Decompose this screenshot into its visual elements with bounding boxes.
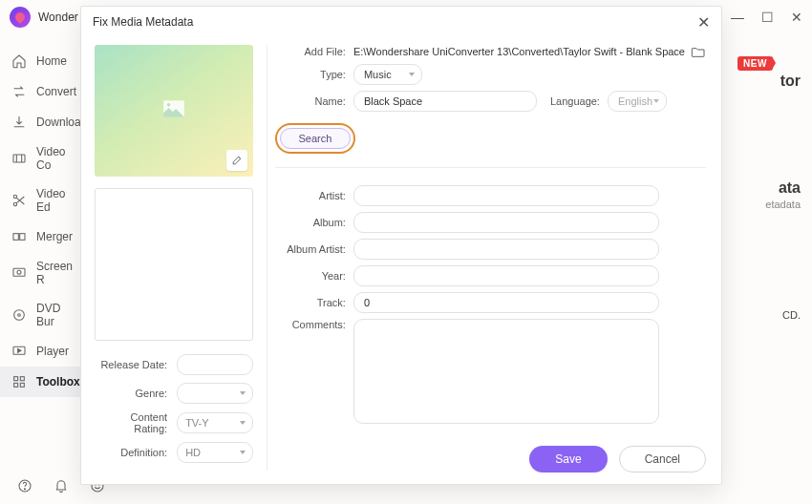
track-input[interactable] bbox=[353, 292, 659, 313]
section-divider bbox=[275, 167, 706, 168]
image-placeholder-icon bbox=[161, 98, 186, 123]
bg-peek-title-1: tor bbox=[780, 73, 801, 90]
dialog-right-pane: Add File: E:\Wondershare UniConverter 13… bbox=[267, 37, 721, 484]
help-icon[interactable] bbox=[17, 478, 32, 497]
save-button[interactable]: Save bbox=[529, 446, 607, 472]
maximize-button[interactable]: ☐ bbox=[761, 10, 774, 24]
app-title: Wonder bbox=[38, 10, 78, 24]
minimize-button[interactable]: — bbox=[731, 10, 744, 24]
artist-input[interactable] bbox=[353, 185, 659, 206]
sidebar-item-downloader[interactable]: Downloa bbox=[0, 107, 91, 137]
home-icon bbox=[11, 53, 27, 69]
sidebar-item-label: Home bbox=[36, 54, 67, 68]
sidebar-item-label: Toolbox bbox=[36, 375, 80, 388]
track-label: Track: bbox=[275, 297, 353, 308]
bell-icon[interactable] bbox=[53, 478, 69, 497]
definition-select[interactable] bbox=[177, 442, 253, 463]
content-rating-select[interactable] bbox=[177, 412, 253, 433]
search-highlight: Search bbox=[275, 123, 355, 154]
sidebar-item-home[interactable]: Home bbox=[0, 46, 91, 76]
album-artist-input[interactable] bbox=[353, 239, 659, 260]
svg-point-15 bbox=[24, 489, 25, 490]
bg-peek-title-2-text: ata bbox=[765, 179, 801, 197]
definition-select-value[interactable] bbox=[177, 442, 253, 463]
sidebar-item-label: Convert bbox=[36, 85, 76, 98]
svg-point-19 bbox=[167, 103, 170, 106]
record-icon bbox=[11, 265, 27, 281]
bg-peek-line: CD. bbox=[782, 309, 801, 321]
sidebar-item-player[interactable]: Player bbox=[0, 336, 91, 367]
release-date-input[interactable] bbox=[177, 354, 253, 375]
release-date-label: Release Date: bbox=[100, 359, 167, 370]
album-input[interactable] bbox=[353, 212, 659, 233]
genre-select-value[interactable] bbox=[177, 383, 253, 404]
language-select[interactable]: English bbox=[608, 91, 667, 112]
name-input[interactable] bbox=[353, 91, 537, 112]
dialog-left-pane: Release Date: Genre: Content Rating: bbox=[81, 37, 267, 484]
edit-thumbnail-button[interactable] bbox=[226, 150, 247, 171]
year-label: Year: bbox=[275, 270, 353, 282]
new-badge: NEW bbox=[737, 56, 773, 71]
scissors-icon bbox=[11, 193, 27, 208]
sidebar-item-merger[interactable]: Merger bbox=[0, 221, 91, 252]
album-art-thumbnail bbox=[95, 45, 253, 177]
grid-icon bbox=[11, 374, 27, 389]
sidebar-item-label: Player bbox=[36, 345, 69, 358]
type-select-value[interactable]: Music bbox=[353, 64, 422, 85]
dialog-title: Fix Media Metadata bbox=[93, 15, 193, 29]
content-rating-label: Content Rating: bbox=[95, 411, 167, 434]
album-artist-label: Album Artist: bbox=[275, 243, 353, 255]
sidebar-item-video-compressor[interactable]: Video Co bbox=[0, 137, 91, 179]
sidebar: Home Convert Downloa Video Co Video Ed M… bbox=[0, 34, 91, 472]
language-label: Language: bbox=[550, 95, 600, 107]
sidebar-item-label: Downloa bbox=[36, 116, 81, 129]
fix-metadata-dialog: Fix Media Metadata ✕ Release Date: bbox=[80, 6, 722, 485]
browse-folder-button[interactable] bbox=[691, 45, 706, 58]
svg-rect-11 bbox=[20, 377, 24, 381]
close-dialog-button[interactable]: ✕ bbox=[697, 13, 710, 32]
svg-rect-13 bbox=[20, 383, 24, 387]
search-button[interactable]: Search bbox=[280, 128, 351, 149]
svg-rect-10 bbox=[14, 377, 18, 381]
type-label: Type: bbox=[275, 69, 353, 80]
svg-rect-12 bbox=[14, 383, 18, 387]
download-icon bbox=[11, 115, 27, 130]
artist-label: Artist: bbox=[275, 190, 353, 201]
sidebar-item-toolbox[interactable]: Toolbox bbox=[0, 367, 91, 397]
svg-point-6 bbox=[17, 270, 21, 274]
comments-label: Comments: bbox=[275, 319, 353, 330]
bg-new-badge-wrap: NEW bbox=[737, 53, 795, 71]
sidebar-item-screen-recorder[interactable]: Screen R bbox=[0, 252, 91, 294]
close-window-button[interactable]: ✕ bbox=[791, 10, 802, 24]
svg-rect-0 bbox=[13, 155, 25, 162]
language-select-value[interactable]: English bbox=[608, 91, 667, 112]
cancel-button[interactable]: Cancel bbox=[619, 446, 706, 472]
svg-rect-5 bbox=[13, 268, 25, 276]
comments-input[interactable] bbox=[353, 319, 659, 424]
sidebar-item-video-editor[interactable]: Video Ed bbox=[0, 179, 91, 221]
content-rating-select-value[interactable] bbox=[177, 412, 253, 433]
svg-rect-3 bbox=[13, 234, 18, 241]
svg-point-8 bbox=[18, 314, 21, 317]
add-file-label: Add File: bbox=[275, 46, 353, 57]
sidebar-item-label: Merger bbox=[36, 230, 73, 243]
bg-peek-sub: etadata bbox=[765, 199, 801, 210]
svg-point-2 bbox=[13, 202, 16, 205]
svg-rect-4 bbox=[20, 234, 25, 241]
sidebar-item-dvd-burner[interactable]: DVD Bur bbox=[0, 294, 91, 336]
genre-select[interactable] bbox=[177, 383, 253, 404]
genre-label: Genre: bbox=[135, 388, 167, 399]
definition-label: Definition: bbox=[120, 447, 167, 458]
type-select[interactable]: Music bbox=[353, 64, 422, 85]
sidebar-item-label: Video Ed bbox=[36, 187, 79, 214]
year-input[interactable] bbox=[353, 265, 659, 286]
convert-icon bbox=[11, 84, 27, 99]
sidebar-item-converter[interactable]: Convert bbox=[0, 76, 91, 107]
sidebar-item-label: Video Co bbox=[36, 145, 79, 172]
merge-icon bbox=[11, 229, 27, 244]
play-icon bbox=[11, 344, 27, 359]
bg-peek-title-2: ata etadata bbox=[765, 179, 801, 210]
sidebar-item-label: Screen R bbox=[36, 260, 79, 286]
lyrics-box[interactable] bbox=[95, 188, 253, 341]
sidebar-item-label: DVD Bur bbox=[36, 302, 79, 328]
